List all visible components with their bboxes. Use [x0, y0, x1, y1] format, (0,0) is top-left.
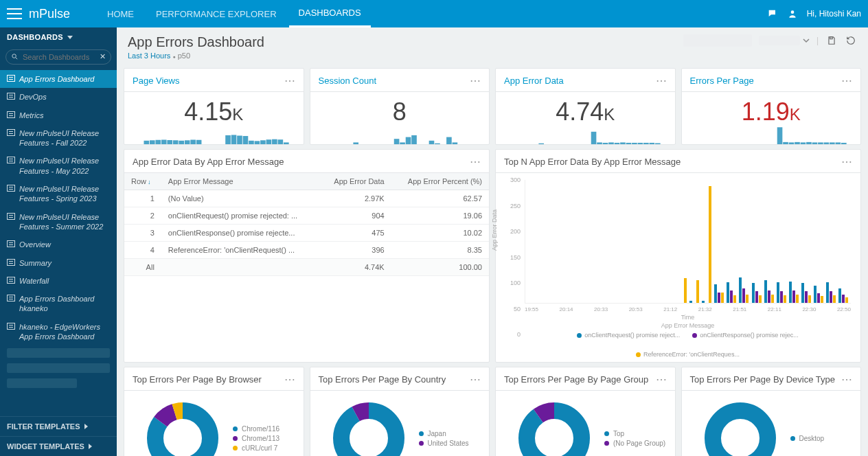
- sparkline: [310, 126, 490, 144]
- panel-menu-icon[interactable]: ⋯: [470, 159, 481, 166]
- save-icon[interactable]: [825, 34, 838, 47]
- sidebar-item[interactable]: App Errors Dashboard hkaneko: [0, 290, 117, 318]
- x-tick: 20:14: [560, 306, 573, 312]
- y-tick: 200: [510, 228, 521, 235]
- table-header[interactable]: App Error Percent (%): [391, 173, 489, 190]
- y-tick: 50: [514, 306, 521, 312]
- dashboard-icon: [7, 93, 15, 100]
- bar: [842, 295, 845, 303]
- sidebar-item[interactable]: Waterfall: [0, 272, 117, 290]
- bar: [814, 286, 816, 303]
- svg-line-2: [16, 58, 17, 59]
- panel-menu-icon[interactable]: ⋯: [841, 78, 852, 84]
- panel-menu-icon[interactable]: ⋯: [841, 159, 852, 166]
- svg-rect-7: [155, 140, 161, 144]
- svg-rect-42: [393, 139, 399, 144]
- donut-chart: [516, 400, 592, 456]
- sidebar-item[interactable]: New mPulseUI Release Features - May 2022: [0, 152, 117, 180]
- sidebar-item[interactable]: DevOps: [0, 88, 117, 106]
- nav-tab-performance-explorer[interactable]: PERFORMANCE EXPLORER: [146, 0, 286, 27]
- svg-rect-74: [615, 143, 620, 144]
- bar: [771, 295, 774, 303]
- panel-menu-icon[interactable]: ⋯: [656, 376, 667, 383]
- sidebar-item[interactable]: New mPulseUI Release Features - Fall 202…: [0, 124, 117, 152]
- svg-point-115: [713, 411, 768, 456]
- svg-rect-6: [150, 140, 155, 144]
- svg-rect-61: [538, 144, 544, 144]
- nav-tab-home[interactable]: HOME: [98, 0, 144, 27]
- svg-rect-101: [806, 142, 812, 144]
- panel-menu-icon[interactable]: ⋯: [841, 376, 852, 383]
- sidebar-item-label: New mPulseUI Release Features - Spring 2…: [19, 184, 110, 204]
- table-row[interactable]: 2onClientRequest() promise rejected: ...…: [124, 207, 489, 225]
- panel-menu-icon[interactable]: ⋯: [470, 78, 481, 84]
- table-header[interactable]: App Error Data: [320, 173, 391, 190]
- svg-rect-104: [823, 142, 829, 144]
- table-row[interactable]: 3onClientResponse() promise rejecte...47…: [124, 225, 489, 242]
- svg-rect-99: [795, 142, 800, 144]
- clear-search-icon[interactable]: ✕: [100, 52, 106, 61]
- dashboard-dropdown[interactable]: [759, 36, 810, 45]
- metric-card: App Error Data⋯4.74K: [495, 68, 676, 145]
- legend-item: onClientResponse() promise rejec...: [692, 332, 799, 339]
- svg-rect-71: [597, 142, 602, 144]
- bar: [746, 295, 749, 303]
- table-row[interactable]: 1(No Value)2.97K62.57: [124, 190, 489, 207]
- bar: [817, 293, 820, 303]
- sidebar-item[interactable]: Metrics: [0, 106, 117, 124]
- svg-rect-24: [255, 141, 260, 144]
- bar: [752, 283, 755, 303]
- table-header[interactable]: App Error Message: [161, 173, 320, 190]
- user-icon[interactable]: [788, 9, 797, 19]
- redacted-item: [7, 348, 110, 358]
- panel-title: Top Errors Per Page By Page Group: [504, 374, 648, 385]
- svg-rect-8: [161, 140, 167, 145]
- svg-rect-43: [400, 142, 405, 144]
- donut-chart: [331, 400, 407, 456]
- table-row[interactable]: 4ReferenceError: 'onClientRequest() ...3…: [124, 242, 489, 259]
- sidebar-item-label: App Errors Dashboard hkaneko: [19, 294, 110, 314]
- sidebar-item[interactable]: New mPulseUI Release Features - Spring 2…: [0, 180, 117, 208]
- bar: [838, 288, 841, 303]
- panel-menu-icon[interactable]: ⋯: [284, 78, 295, 84]
- legend-item: Chrome/113: [233, 435, 279, 442]
- svg-rect-100: [800, 142, 806, 144]
- panel-menu-icon[interactable]: ⋯: [656, 78, 667, 84]
- sidebar-item[interactable]: Summary: [0, 254, 117, 272]
- svg-rect-12: [185, 140, 190, 144]
- svg-rect-73: [608, 142, 614, 144]
- svg-rect-97: [783, 142, 788, 144]
- x-tick: 22:11: [768, 306, 781, 312]
- sidebar-item[interactable]: Overview: [0, 236, 117, 253]
- bar: [789, 282, 792, 303]
- chat-icon[interactable]: [767, 8, 778, 19]
- sidebar-item[interactable]: New mPulseUI Release Features - Summer 2…: [0, 208, 117, 236]
- widget-templates-section[interactable]: WIDGET TEMPLATES: [0, 436, 117, 456]
- sidebar-item-label: hkaneko - EdgeWorkers App Errors Dashboa…: [19, 322, 110, 342]
- sidebar-item[interactable]: hkaneko - EdgeWorkers App Errors Dashboa…: [0, 318, 117, 346]
- filter-templates-section[interactable]: FILTER TEMPLATES: [0, 416, 117, 436]
- bar: [684, 278, 687, 303]
- panel-title: Top Errors Per Page By Browser: [133, 374, 262, 385]
- svg-rect-51: [446, 137, 452, 144]
- sparkline: [682, 126, 861, 144]
- search-dashboards-input[interactable]: [5, 49, 111, 65]
- metric-card: Session Count⋯8: [310, 68, 490, 145]
- donut-panel: Top Errors Per Page By Browser⋯Chrome/11…: [124, 367, 304, 456]
- sidebar-heading[interactable]: DASHBOARDS: [0, 27, 117, 47]
- sidebar-item-label: DevOps: [19, 92, 47, 102]
- svg-rect-80: [650, 143, 655, 144]
- caret-down-icon: [67, 36, 73, 39]
- sidebar-item[interactable]: App Errors Dashboard: [0, 70, 117, 88]
- table-header[interactable]: Row↓: [124, 173, 161, 190]
- panel-menu-icon[interactable]: ⋯: [470, 376, 481, 383]
- panel-title: Top N App Error Data By App Error Messag…: [504, 157, 681, 167]
- bar: [709, 186, 711, 303]
- y-tick: 100: [510, 280, 521, 286]
- svg-rect-75: [620, 142, 626, 144]
- refresh-icon[interactable]: [845, 34, 857, 47]
- nav-tab-dashboards[interactable]: DASHBOARDS: [289, 0, 371, 27]
- legend-item: onClientRequest() promise reject...: [577, 332, 680, 339]
- menu-toggle-icon[interactable]: [7, 8, 22, 19]
- panel-menu-icon[interactable]: ⋯: [284, 376, 295, 383]
